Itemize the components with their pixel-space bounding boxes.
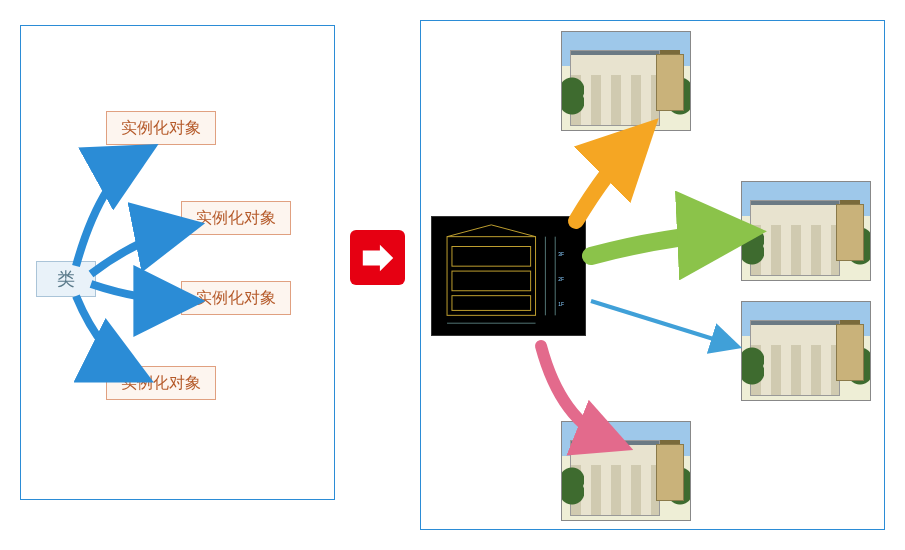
right-panel: 3F 2F 1F: [420, 20, 885, 530]
equals-arrow-icon: [350, 230, 405, 285]
blueprint-to-house-arrows: [421, 21, 886, 531]
left-panel: 类 实例化对象 实例化对象 实例化对象 实例化对象: [20, 25, 335, 500]
class-to-instance-arrows: [21, 26, 336, 501]
